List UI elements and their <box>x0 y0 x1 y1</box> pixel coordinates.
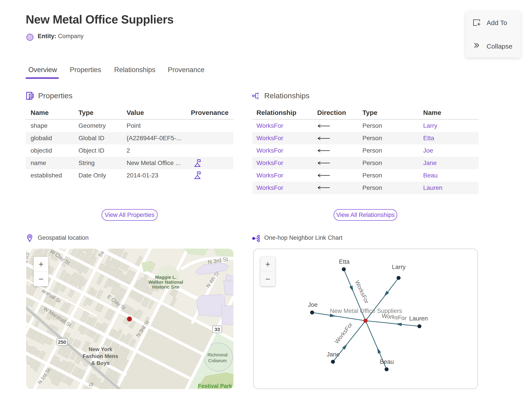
svg-text:Coliseum: Coliseum <box>208 358 226 363</box>
svg-text:Maggie L.: Maggie L. <box>155 275 177 280</box>
svg-text:Etta: Etta <box>339 258 350 265</box>
svg-text:Festival Park: Festival Park <box>198 383 232 389</box>
svg-text:Joe: Joe <box>308 301 318 308</box>
svg-text:Richmond: Richmond <box>207 352 227 357</box>
svg-text:Fashion Mens: Fashion Mens <box>83 353 118 359</box>
svg-text:Historic Site: Historic Site <box>152 284 180 290</box>
svg-text:WorksFor: WorksFor <box>333 321 354 345</box>
svg-text:WorksFor: WorksFor <box>381 312 407 322</box>
svg-text:& Boys: & Boys <box>91 360 110 366</box>
svg-text:33: 33 <box>215 327 220 332</box>
svg-text:WorksFor: WorksFor <box>354 279 370 305</box>
svg-text:Beau: Beau <box>380 358 394 365</box>
svg-text:Walker National: Walker National <box>148 279 183 284</box>
svg-text:250: 250 <box>58 339 66 345</box>
svg-text:New York: New York <box>88 346 112 352</box>
svg-text:Lauren: Lauren <box>409 315 428 322</box>
svg-text:Larry: Larry <box>392 264 406 270</box>
svg-text:Jane: Jane <box>327 351 340 358</box>
